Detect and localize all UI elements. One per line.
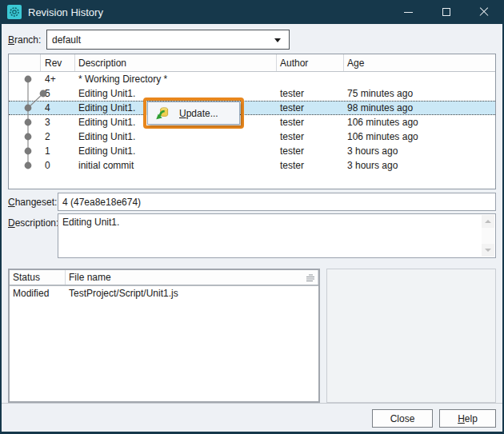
help-button-label: Help: [458, 413, 478, 424]
close-button[interactable]: Close: [372, 409, 433, 428]
maximize-icon: [442, 8, 450, 16]
table-row[interactable]: 0initial committester3 hours ago: [9, 158, 495, 173]
highlight-annotation: Update...: [143, 98, 244, 129]
scroll-down-button[interactable]: [482, 244, 494, 257]
branch-dropdown[interactable]: default: [46, 30, 290, 50]
titlebar: Revision History: [0, 0, 504, 24]
table-row[interactable]: 3Editing Unit1.tester106 minutes ago: [9, 115, 495, 129]
app-logo-icon: [9, 6, 20, 18]
revision-rows: 4+* Working Directory * 5Editing Unit1.t…: [9, 72, 495, 173]
column-header-graph[interactable]: [9, 54, 41, 71]
column-header-rev[interactable]: Rev: [41, 54, 75, 71]
window-border: [0, 0, 2, 434]
close-button-label: Close: [390, 413, 415, 424]
maximize-button[interactable]: [427, 0, 465, 24]
branch-selected-value: default: [52, 34, 81, 46]
column-header-description[interactable]: Description: [75, 54, 277, 71]
minimize-icon: [404, 12, 413, 13]
changeset-value: 4 (47ea8e18e674): [62, 197, 141, 208]
changeset-label: Changeset:: [8, 197, 57, 208]
column-header-author[interactable]: Author: [277, 54, 344, 71]
revision-table-header: Rev Description Author Age: [9, 54, 495, 72]
table-row[interactable]: 1Editing Unit1.tester3 hours ago: [9, 144, 495, 158]
column-header-file-name[interactable]: File name: [66, 270, 318, 285]
minimize-button[interactable]: [390, 0, 427, 24]
window-title: Revision History: [28, 6, 103, 18]
table-row[interactable]: 4+* Working Directory *: [9, 72, 495, 86]
files-table: Status File name Modified TestProject/Sc…: [8, 269, 320, 403]
description-value: Editing Unit1.: [62, 217, 119, 228]
help-button[interactable]: Help: [439, 409, 496, 428]
file-name: TestProject/Script/Unit1.js: [66, 286, 318, 301]
sort-icon: [306, 273, 315, 283]
description-label: Description:: [8, 217, 58, 229]
table-row[interactable]: 2Editing Unit1.tester106 minutes ago: [9, 129, 495, 144]
table-row[interactable]: 5Editing Unit1.tester75 minutes ago: [9, 86, 495, 101]
branch-label: Branch:: [8, 34, 41, 46]
window-controls: [390, 0, 502, 24]
file-row[interactable]: Modified TestProject/Script/Unit1.js: [10, 286, 318, 301]
dropdown-arrow-icon: [274, 38, 281, 42]
description-textarea[interactable]: Editing Unit1.: [58, 213, 496, 258]
menu-item-update[interactable]: Update...: [148, 102, 239, 124]
column-header-age[interactable]: Age: [344, 54, 495, 71]
files-table-header: Status File name: [10, 270, 318, 286]
context-menu: Update...: [147, 102, 240, 125]
table-row-selected[interactable]: 4Editing Unit1.tester98 minutes ago: [9, 101, 495, 115]
file-status: Modified: [10, 286, 66, 301]
scroll-up-button[interactable]: [482, 215, 494, 228]
close-window-button[interactable]: [465, 0, 502, 24]
revision-history-window: Revision History Branch: default Rev Des…: [0, 0, 504, 434]
footer-divider: [2, 403, 502, 404]
changeset-field[interactable]: 4 (47ea8e18e674): [58, 193, 496, 211]
close-icon: [479, 7, 489, 17]
column-header-status[interactable]: Status: [10, 270, 66, 285]
description-scrollbar[interactable]: [482, 215, 494, 257]
menu-item-update-label: Update...: [179, 108, 218, 119]
arrow-up-icon: [485, 220, 491, 223]
app-icon: [7, 5, 22, 19]
revision-table: Rev Description Author Age 4+* Working D…: [8, 54, 496, 189]
arrow-down-icon: [485, 249, 491, 252]
update-icon: [155, 106, 169, 120]
file-preview-panel: [326, 269, 496, 403]
